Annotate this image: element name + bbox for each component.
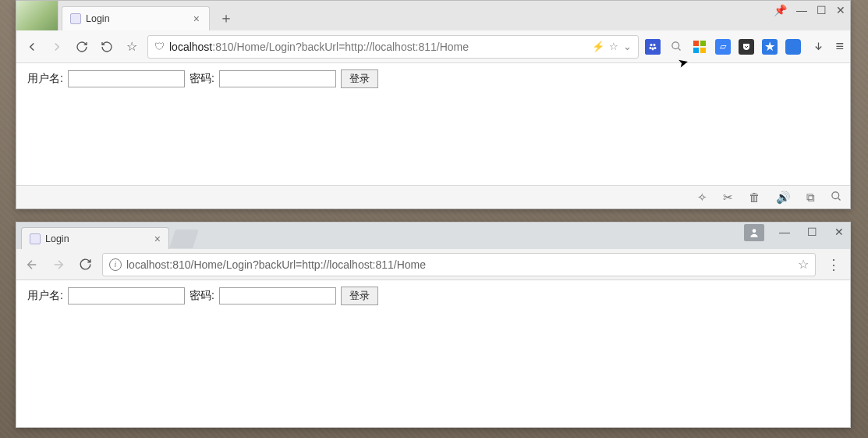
round-extension-icon[interactable] <box>785 39 801 55</box>
star-extension-icon[interactable]: ★ <box>762 39 778 55</box>
tab-close-button[interactable]: × <box>192 12 201 25</box>
search-icon[interactable] <box>667 37 686 56</box>
svg-point-1 <box>654 44 656 46</box>
password-input[interactable] <box>219 70 336 87</box>
login-button[interactable]: 登录 <box>341 69 378 88</box>
download-button[interactable] <box>809 37 827 56</box>
close-window-button[interactable]: ✕ <box>834 226 844 238</box>
site-info-icon[interactable]: i <box>109 258 122 271</box>
password-input[interactable] <box>219 287 336 304</box>
svg-point-3 <box>654 47 657 49</box>
forward-button[interactable] <box>48 37 66 56</box>
firefox-tab-strip: Login × ＋ 📌 — ☐ ✕ <box>16 1 850 30</box>
username-label: 用户名: <box>27 72 63 86</box>
browser-tab[interactable]: Login × <box>21 227 169 249</box>
back-button[interactable] <box>23 255 41 274</box>
back-button[interactable] <box>23 37 41 56</box>
login-form: 用户名: 密码: 登录 <box>27 287 839 305</box>
login-form: 用户名: 密码: 登录 <box>27 69 839 88</box>
svg-point-4 <box>652 47 654 50</box>
svg-point-2 <box>650 47 652 49</box>
username-label: 用户名: <box>27 289 63 303</box>
username-input[interactable] <box>68 70 185 87</box>
svg-line-9 <box>838 198 840 200</box>
reload-button[interactable] <box>76 255 94 274</box>
undo-button[interactable] <box>97 37 116 56</box>
tab-title: Login <box>45 233 69 244</box>
minimize-button[interactable]: — <box>796 4 807 16</box>
svg-line-6 <box>678 48 680 50</box>
firefox-bottom-toolbar: ✧ ✂ 🗑 🔊 ⧉ <box>16 185 850 208</box>
close-window-button[interactable]: ✕ <box>836 4 845 16</box>
pocket-extension-icon[interactable] <box>739 39 754 55</box>
tab-close-button[interactable]: × <box>154 233 161 245</box>
tab-title: Login <box>86 13 110 24</box>
profile-badge[interactable] <box>744 224 764 241</box>
url-actions: ⚡ ☆ ⌄ <box>592 41 632 52</box>
bookmark-star-button[interactable]: ☆ <box>122 37 141 56</box>
url-host: localhost <box>169 41 212 53</box>
trash-icon[interactable]: 🗑 <box>749 191 760 204</box>
hamburger-menu-button[interactable]: ≡ <box>835 38 844 55</box>
extension-bar: ▱ ★ ≡ <box>692 37 844 56</box>
microsoft-extension-icon[interactable] <box>692 39 707 55</box>
minimize-button[interactable]: — <box>779 226 790 238</box>
chevron-down-icon[interactable]: ⌄ <box>623 41 632 52</box>
address-bar[interactable]: 🛡 localhost:810/Home/Login?backUrl=http:… <box>147 35 639 59</box>
audio-icon[interactable]: 🔊 <box>776 191 791 205</box>
window-controls: 📌 — ☐ ✕ <box>774 4 845 16</box>
profile-avatar[interactable] <box>16 1 58 30</box>
svg-point-5 <box>672 42 679 49</box>
chrome-page-content: 用户名: 密码: 登录 <box>16 280 850 427</box>
copy-icon[interactable]: ⧉ <box>806 191 815 205</box>
browser-tab[interactable]: Login × <box>62 6 210 30</box>
login-button[interactable]: 登录 <box>341 287 378 305</box>
pin-tool-icon[interactable]: ✧ <box>697 191 707 205</box>
favicon-icon <box>30 233 41 244</box>
username-input[interactable] <box>68 287 185 304</box>
chrome-toolbar: i localhost:810/Home/Login?backUrl=http:… <box>16 249 850 280</box>
screenshot-icon[interactable]: ✂ <box>723 191 733 205</box>
kebab-menu-button[interactable]: ⋮ <box>824 256 844 273</box>
svg-point-10 <box>753 229 756 233</box>
url-text: localhost:810/Home/Login?backUrl=http://… <box>126 258 426 271</box>
password-label: 密码: <box>190 72 214 86</box>
firefox-toolbar: ☆ 🛡 localhost:810/Home/Login?backUrl=htt… <box>16 30 850 63</box>
url-rest: :810/Home/Login?backUrl=http://localhost… <box>212 41 469 53</box>
chrome-tab-strip: Login × — ☐ ✕ <box>16 223 850 249</box>
new-tab-button[interactable]: ＋ <box>216 8 236 28</box>
blue-extension-icon[interactable]: ▱ <box>715 39 731 55</box>
firefox-page-content: 用户名: 密码: 登录 <box>16 63 850 185</box>
svg-point-0 <box>650 44 653 46</box>
svg-point-8 <box>832 191 839 198</box>
window-controls: — ☐ ✕ <box>779 226 844 238</box>
shield-icon: 🛡 <box>154 41 165 52</box>
pin-icon[interactable]: 📌 <box>774 4 787 16</box>
firefox-window: Login × ＋ 📌 — ☐ ✕ ☆ 🛡 localhost:810/Home… <box>16 0 851 209</box>
bookmark-star-icon[interactable]: ☆ <box>798 257 809 272</box>
maximize-button[interactable]: ☐ <box>807 226 817 238</box>
url-star-icon[interactable]: ☆ <box>609 41 618 52</box>
address-bar[interactable]: i localhost:810/Home/Login?backUrl=http:… <box>102 253 816 276</box>
flash-icon[interactable]: ⚡ <box>592 41 604 52</box>
chrome-window: Login × — ☐ ✕ i localhost:810/Home/Login… <box>16 222 851 428</box>
zoom-icon[interactable] <box>831 191 842 205</box>
maximize-button[interactable]: ☐ <box>817 4 827 16</box>
forward-button[interactable] <box>49 255 68 274</box>
reload-button[interactable] <box>73 37 91 56</box>
password-label: 密码: <box>190 289 214 303</box>
favicon-icon <box>70 13 81 24</box>
new-tab-button[interactable] <box>169 230 199 248</box>
baidu-extension-icon[interactable] <box>645 39 661 55</box>
